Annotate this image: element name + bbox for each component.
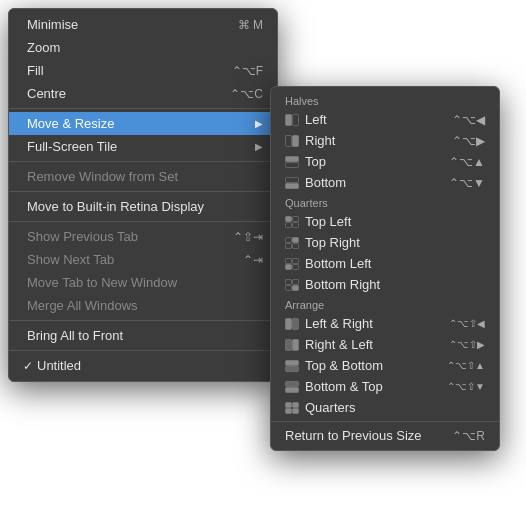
menu-item-remove-window: Remove Window from Set bbox=[9, 165, 277, 188]
tile-icon-top bbox=[285, 156, 299, 168]
sub-label-wrap-top-right: Top Right bbox=[285, 235, 360, 250]
menu-item-move-tab-window: Move Tab to New Window bbox=[9, 271, 277, 294]
sub-label-wrap-top: Top bbox=[285, 154, 326, 169]
menu-item-minimise[interactable]: Minimise ⌘ M bbox=[9, 13, 277, 36]
item-label-remove-window: Remove Window from Set bbox=[27, 169, 263, 184]
submenu-item-left-right-label: Left & Right bbox=[305, 316, 373, 331]
submenu-item-top-right-label: Top Right bbox=[305, 235, 360, 250]
submenu-item-bottom-top-label: Bottom & Top bbox=[305, 379, 383, 394]
submenu-item-bottom-left[interactable]: Bottom Left bbox=[271, 253, 499, 274]
submenu-item-right-left[interactable]: Right & Left ⌃⌥⇧▶ bbox=[271, 334, 499, 355]
shortcut-right: ⌃⌥▶ bbox=[452, 134, 485, 148]
svg-rect-16 bbox=[286, 258, 292, 263]
svg-rect-3 bbox=[293, 135, 299, 146]
item-label-show-next-tab: Show Next Tab bbox=[27, 252, 223, 267]
submenu-move-resize: Halves Left ⌃⌥◀ bbox=[270, 86, 500, 451]
svg-rect-19 bbox=[293, 264, 299, 269]
tile-icon-bottom-right bbox=[285, 279, 299, 291]
main-menu: Minimise ⌘ M Zoom Fill ⌃⌥F Centre ⌃⌥C Mo… bbox=[8, 8, 278, 382]
submenu-separator-footer bbox=[271, 421, 499, 422]
separator-6 bbox=[9, 350, 277, 351]
item-label-centre: Centre bbox=[27, 86, 210, 101]
item-label-move-retina: Move to Built-in Retina Display bbox=[27, 199, 263, 214]
shortcut-top-bottom: ⌃⌥⇧▲ bbox=[447, 360, 485, 371]
svg-rect-30 bbox=[286, 381, 299, 386]
svg-rect-28 bbox=[286, 360, 299, 365]
submenu-item-left-right[interactable]: Left & Right ⌃⌥⇧◀ bbox=[271, 313, 499, 334]
submenu-item-bottom[interactable]: Bottom ⌃⌥▼ bbox=[271, 172, 499, 193]
svg-rect-21 bbox=[293, 279, 299, 284]
separator-1 bbox=[9, 108, 277, 109]
svg-rect-9 bbox=[293, 216, 299, 221]
submenu-item-bottom-right[interactable]: Bottom Right bbox=[271, 274, 499, 295]
svg-rect-11 bbox=[293, 222, 299, 227]
submenu-item-top[interactable]: Top ⌃⌥▲ bbox=[271, 151, 499, 172]
submenu-item-quarters-all[interactable]: Quarters bbox=[271, 397, 499, 418]
menu-item-untitled[interactable]: ✓ Untitled bbox=[9, 354, 277, 377]
submenu-item-bottom-top[interactable]: Bottom & Top ⌃⌥⇧▼ bbox=[271, 376, 499, 397]
shortcut-right-left: ⌃⌥⇧▶ bbox=[449, 339, 485, 350]
menu-item-move-retina[interactable]: Move to Built-in Retina Display bbox=[9, 195, 277, 218]
sub-label-wrap-bottom-right: Bottom Right bbox=[285, 277, 380, 292]
svg-rect-8 bbox=[286, 216, 292, 221]
submenu-item-return-prev-label: Return to Previous Size bbox=[285, 428, 422, 443]
tile-icon-top-right bbox=[285, 237, 299, 249]
svg-rect-2 bbox=[286, 135, 292, 146]
shortcut-bottom: ⌃⌥▼ bbox=[449, 176, 485, 190]
submenu-arrow-move-resize: ▶ bbox=[255, 118, 263, 129]
item-label-minimise: Minimise bbox=[27, 17, 218, 32]
svg-rect-13 bbox=[293, 237, 299, 242]
menu-item-fullscreen-tile[interactable]: Full-Screen Tile ▶ bbox=[9, 135, 277, 158]
svg-rect-17 bbox=[293, 258, 299, 263]
svg-rect-6 bbox=[286, 177, 299, 182]
tile-icon-quarters-all bbox=[285, 402, 299, 414]
submenu-item-top-label: Top bbox=[305, 154, 326, 169]
sub-label-wrap-left: Left bbox=[285, 112, 327, 127]
svg-rect-31 bbox=[286, 387, 299, 392]
menu-item-bring-front[interactable]: Bring All to Front bbox=[9, 324, 277, 347]
submenu-item-top-bottom[interactable]: Top & Bottom ⌃⌥⇧▲ bbox=[271, 355, 499, 376]
svg-rect-14 bbox=[286, 243, 292, 248]
svg-rect-10 bbox=[286, 222, 292, 227]
item-label-merge-all: Merge All Windows bbox=[27, 298, 263, 313]
svg-rect-5 bbox=[286, 162, 299, 167]
submenu-item-right[interactable]: Right ⌃⌥▶ bbox=[271, 130, 499, 151]
menu-item-centre[interactable]: Centre ⌃⌥C bbox=[9, 82, 277, 105]
tile-icon-bottom bbox=[285, 177, 299, 189]
separator-5 bbox=[9, 320, 277, 321]
submenu-item-top-right[interactable]: Top Right bbox=[271, 232, 499, 253]
menu-item-merge-all: Merge All Windows bbox=[9, 294, 277, 317]
submenu-item-top-bottom-label: Top & Bottom bbox=[305, 358, 383, 373]
submenu-item-quarters-all-label: Quarters bbox=[305, 400, 356, 415]
svg-rect-4 bbox=[286, 156, 299, 161]
menu-item-fill[interactable]: Fill ⌃⌥F bbox=[9, 59, 277, 82]
separator-4 bbox=[9, 221, 277, 222]
tile-icon-right-left bbox=[285, 339, 299, 351]
separator-3 bbox=[9, 191, 277, 192]
submenu-item-top-left[interactable]: Top Left bbox=[271, 211, 499, 232]
svg-rect-26 bbox=[286, 339, 292, 350]
sub-label-wrap-right: Right bbox=[285, 133, 335, 148]
tile-icon-left bbox=[285, 114, 299, 126]
svg-rect-32 bbox=[286, 402, 292, 407]
shortcut-fill: ⌃⌥F bbox=[232, 64, 263, 78]
sub-label-wrap-top-bottom: Top & Bottom bbox=[285, 358, 383, 373]
submenu-item-left[interactable]: Left ⌃⌥◀ bbox=[271, 109, 499, 130]
tile-icon-left-right bbox=[285, 318, 299, 330]
sub-label-wrap-quarters-all: Quarters bbox=[285, 400, 356, 415]
sub-label-wrap-top-left: Top Left bbox=[285, 214, 351, 229]
svg-rect-0 bbox=[286, 114, 292, 125]
sub-label-wrap-left-right: Left & Right bbox=[285, 316, 373, 331]
menu-item-zoom[interactable]: Zoom bbox=[9, 36, 277, 59]
shortcut-show-next-tab: ⌃⇥ bbox=[243, 253, 263, 267]
section-label-arrange: Arrange bbox=[271, 295, 499, 313]
section-label-quarters: Quarters bbox=[271, 193, 499, 211]
shortcut-left: ⌃⌥◀ bbox=[452, 113, 485, 127]
shortcut-left-right: ⌃⌥⇧◀ bbox=[449, 318, 485, 329]
submenu-item-left-label: Left bbox=[305, 112, 327, 127]
tile-icon-top-left bbox=[285, 216, 299, 228]
shortcut-centre: ⌃⌥C bbox=[230, 87, 263, 101]
menu-item-move-resize[interactable]: Move & Resize ▶ bbox=[9, 112, 277, 135]
separator-2 bbox=[9, 161, 277, 162]
submenu-item-return-prev[interactable]: Return to Previous Size ⌃⌥R bbox=[271, 425, 499, 446]
